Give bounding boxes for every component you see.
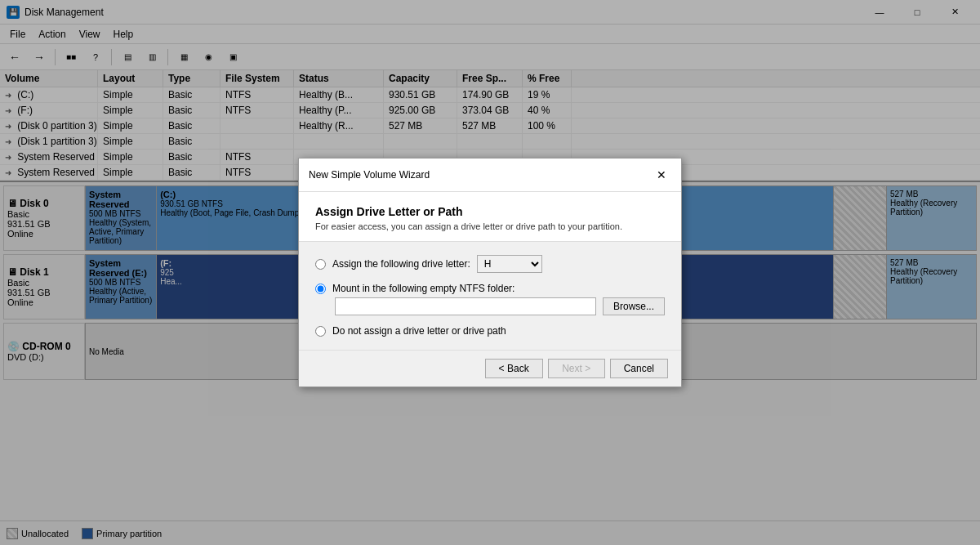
browse-button[interactable]: Browse...	[603, 297, 665, 315]
cancel-button[interactable]: Cancel	[610, 359, 668, 378]
option1-label[interactable]: Assign the following drive letter:	[332, 258, 470, 270]
next-button[interactable]: Next >	[548, 359, 605, 378]
option2-row: Mount in the following empty NTFS folder…	[315, 283, 665, 315]
modal-header: Assign Drive Letter or Path For easier a…	[299, 192, 681, 242]
modal-header-title: Assign Drive Letter or Path	[315, 205, 665, 218]
option2-label[interactable]: Mount in the following empty NTFS folder…	[332, 283, 514, 294]
option3-radio[interactable]	[315, 326, 326, 337]
modal-title-bar: New Simple Volume Wizard ✕	[299, 159, 681, 192]
modal-footer: < Back Next > Cancel	[299, 350, 681, 386]
option1-radio[interactable]	[315, 259, 326, 270]
option3-row: Do not assign a drive letter or drive pa…	[315, 325, 665, 337]
option1-row: Assign the following drive letter: H I J…	[315, 255, 665, 273]
option2-radio[interactable]	[315, 284, 326, 294]
wizard-modal: New Simple Volume Wizard ✕ Assign Drive …	[298, 158, 682, 387]
modal-overlay: New Simple Volume Wizard ✕ Assign Drive …	[0, 0, 980, 545]
modal-header-subtitle: For easier access, you can assign a driv…	[315, 221, 665, 231]
modal-body: Assign the following drive letter: H I J…	[299, 242, 681, 350]
modal-title: New Simple Volume Wizard	[309, 169, 430, 181]
drive-letter-select[interactable]: H I J K	[477, 255, 542, 273]
folder-input[interactable]	[335, 297, 596, 315]
modal-close-button[interactable]: ✕	[652, 165, 671, 185]
option1-inline: Assign the following drive letter: H I J…	[315, 255, 665, 273]
option3-label[interactable]: Do not assign a drive letter or drive pa…	[332, 325, 506, 337]
back-button[interactable]: < Back	[485, 359, 543, 378]
folder-row: Browse...	[335, 297, 665, 315]
radio-group: Assign the following drive letter: H I J…	[315, 255, 665, 337]
option2-option: Mount in the following empty NTFS folder…	[315, 283, 665, 294]
